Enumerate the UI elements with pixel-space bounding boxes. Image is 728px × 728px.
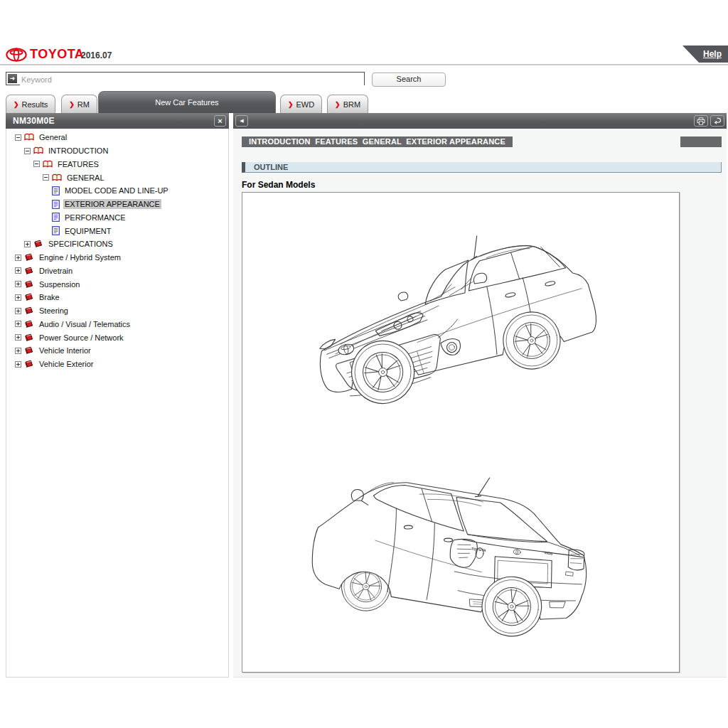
- tree-item-specifications[interactable]: SPECIFICATIONS: [6, 237, 228, 251]
- tab-label: EWD: [296, 100, 314, 109]
- tree-item-brake[interactable]: Brake: [6, 291, 228, 304]
- model-tree-panel: NM30M0E × GeneralINTRODUCTIONFEATURESGEN…: [6, 113, 229, 678]
- tab-chevron-icon: ❯: [335, 101, 341, 108]
- model-code-title: NM30M0E: [6, 113, 229, 129]
- tree-item-label: Vehicle Interior: [38, 346, 92, 355]
- closed-book-icon: [24, 267, 34, 275]
- tab-rm[interactable]: ❯RM: [61, 95, 97, 113]
- tab-label: BRM: [343, 100, 360, 109]
- tree-item-label: Suspension: [38, 279, 82, 289]
- sedan-rear-quarter-view-drawing: TOYOTA VIOS: [305, 459, 626, 672]
- tab-label: Results: [22, 100, 48, 109]
- collapse-minus-box-icon[interactable]: [33, 161, 40, 167]
- keyword-search-box[interactable]: ➜: [6, 72, 365, 85]
- return-icon[interactable]: [710, 115, 724, 127]
- closed-book-icon: [24, 293, 34, 301]
- tree-item-power-source-network[interactable]: Power Source / Network: [6, 331, 228, 344]
- tree-item-general[interactable]: GENERAL: [6, 171, 228, 184]
- document-icon: [52, 200, 60, 209]
- tab-results[interactable]: ❯Results: [6, 95, 55, 113]
- breadcrumb: INTRODUCTION FEATURES GENERAL EXTERIOR A…: [242, 136, 513, 147]
- tree-item-label: INTRODUCTION: [47, 146, 109, 156]
- collapse-minus-box-icon[interactable]: [43, 174, 49, 181]
- tab-brm[interactable]: ❯BRM: [327, 95, 368, 113]
- tree-item-introduction[interactable]: INTRODUCTION: [6, 144, 228, 158]
- tree-item-label: General: [38, 132, 68, 142]
- tree-item-audio-visual-telematics[interactable]: Audio / Visual / Telematics: [6, 318, 228, 331]
- document-panel: ◀ INTRODUCT: [233, 113, 727, 678]
- tree-item-steering[interactable]: Steering: [6, 304, 228, 318]
- expand-plus-box-icon[interactable]: [15, 294, 21, 301]
- expand-plus-box-icon[interactable]: [15, 361, 21, 368]
- breadcrumb-right-cap: [680, 136, 722, 147]
- tree-item-label: PERFORMANCE: [63, 213, 127, 223]
- tab-bar: ❯Results❯RMNew Car Features❯EWD❯BRM: [6, 91, 724, 113]
- tree-item-suspension[interactable]: Suspension: [6, 277, 228, 291]
- expand-plus-box-icon[interactable]: [15, 267, 21, 274]
- tree-item-label: Power Source / Network: [38, 333, 125, 343]
- figure-caption: For Sedan Models: [242, 180, 315, 190]
- collapse-minus-box-icon[interactable]: [15, 134, 21, 141]
- tab-chevron-icon: ❯: [288, 101, 294, 108]
- document-content: INTRODUCTION FEATURES GENERAL EXTERIOR A…: [233, 129, 727, 678]
- tab-label: RM: [77, 100, 90, 109]
- closed-book-icon: [24, 333, 34, 342]
- closed-book-icon: [33, 240, 43, 248]
- search-button[interactable]: Search: [372, 73, 446, 87]
- document-icon: [52, 186, 60, 196]
- tree-item-label: EXTERIOR APPEARANCE: [63, 199, 161, 209]
- tree-item-label: MODEL CODE AND LINE-UP: [63, 186, 170, 196]
- expand-plus-box-icon[interactable]: [24, 241, 31, 247]
- tree-item-label: Brake: [38, 292, 61, 302]
- collapse-minus-box-icon[interactable]: [24, 148, 31, 154]
- tree-item-label: EQUIPMENT: [63, 226, 112, 236]
- sedan-front-quarter-view-drawing: [309, 217, 631, 434]
- tree-item-label: Audio / Visual / Telematics: [38, 319, 132, 329]
- header-divider: [0, 64, 728, 65]
- tab-ewd[interactable]: ❯EWD: [280, 95, 322, 113]
- help-button[interactable]: Help: [682, 46, 728, 63]
- search-input[interactable]: [20, 73, 364, 85]
- tree-item-label: Steering: [38, 306, 70, 316]
- tree-item-vehicle-interior[interactable]: Vehicle Interior: [6, 344, 228, 358]
- closed-book-icon: [24, 346, 34, 355]
- tree-item-equipment[interactable]: EQUIPMENT: [6, 224, 228, 237]
- app-window: TOYOTA 2016.07 Help ➜ Search ❯Results❯RM…: [0, 0, 728, 728]
- expand-plus-box-icon[interactable]: [15, 348, 21, 354]
- tree-item-exterior-appearance[interactable]: EXTERIOR APPEARANCE: [6, 198, 228, 211]
- expand-plus-box-icon[interactable]: [15, 334, 21, 341]
- tree-item-performance[interactable]: PERFORMANCE: [6, 211, 228, 225]
- back-icon[interactable]: ◀: [235, 115, 248, 127]
- tree-item-label: FEATURES: [56, 159, 100, 169]
- tree-item-features[interactable]: FEATURES: [6, 158, 228, 171]
- outline-section-heading: OUTLINE: [242, 162, 722, 173]
- tree-item-drivetrain[interactable]: Drivetrain: [6, 264, 228, 278]
- closed-book-icon: [24, 253, 34, 262]
- document-toolbar: ◀: [233, 113, 727, 129]
- closed-book-icon: [24, 280, 34, 289]
- expand-plus-box-icon[interactable]: [15, 255, 21, 261]
- catalog-version: 2016.07: [81, 50, 112, 60]
- toyota-emblem-icon: [6, 48, 27, 62]
- tree-item-model-code-and-line-up[interactable]: MODEL CODE AND LINE-UP: [6, 184, 228, 198]
- tree-item-vehicle-exterior[interactable]: Vehicle Exterior: [6, 358, 228, 371]
- nav-tree: GeneralINTRODUCTIONFEATURESGENERALMODEL …: [6, 129, 229, 678]
- closed-book-icon: [24, 306, 34, 315]
- figure-box: TOYOTA VIOS: [242, 192, 680, 673]
- tree-item-engine-hybrid-system[interactable]: Engine / Hybrid System: [6, 251, 228, 264]
- arrow-right-icon: ➜: [8, 74, 17, 83]
- expand-plus-box-icon[interactable]: [15, 308, 21, 314]
- tree-item-label: Drivetrain: [38, 266, 74, 276]
- open-book-icon: [33, 146, 43, 155]
- tab-new-car-features[interactable]: New Car Features: [98, 91, 276, 113]
- print-icon[interactable]: [694, 115, 708, 127]
- expand-plus-box-icon[interactable]: [15, 281, 21, 287]
- model-panel-header: NM30M0E ×: [6, 113, 229, 129]
- tree-item-general[interactable]: General: [6, 131, 228, 144]
- document-icon: [52, 226, 60, 235]
- tab-chevron-icon: ❯: [69, 101, 75, 108]
- tree-item-label: SPECIFICATIONS: [47, 239, 114, 249]
- close-icon[interactable]: ×: [214, 115, 226, 127]
- expand-plus-box-icon[interactable]: [15, 321, 21, 327]
- brand-wordmark: TOYOTA: [30, 47, 84, 62]
